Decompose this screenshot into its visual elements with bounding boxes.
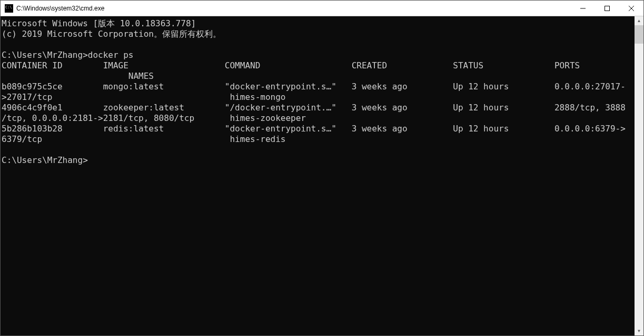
maximize-button[interactable] xyxy=(595,1,619,16)
minimize-button[interactable] xyxy=(571,1,595,16)
scrollbar-track[interactable] xyxy=(635,25,643,327)
minimize-icon xyxy=(580,6,586,11)
window-controls xyxy=(571,1,643,16)
window-title: C:\Windows\system32\cmd.exe xyxy=(16,5,571,12)
svg-rect-1 xyxy=(605,6,610,11)
terminal-output[interactable]: Microsoft Windows [版本 10.0.18363.778] (c… xyxy=(1,16,635,335)
scroll-up-button[interactable]: ▲ xyxy=(635,16,643,25)
terminal-wrap: Microsoft Windows [版本 10.0.18363.778] (c… xyxy=(1,16,643,335)
maximize-icon xyxy=(605,6,610,11)
close-icon xyxy=(629,6,634,11)
titlebar[interactable]: C:\Windows\system32\cmd.exe xyxy=(1,1,643,16)
scrollbar-thumb[interactable] xyxy=(635,25,643,44)
close-button[interactable] xyxy=(619,1,643,16)
cmd-window: C:\Windows\system32\cmd.exe Microsoft Wi… xyxy=(0,0,644,336)
vertical-scrollbar[interactable]: ▲ ▼ xyxy=(635,16,643,335)
cmd-icon xyxy=(5,4,13,13)
scroll-down-button[interactable]: ▼ xyxy=(635,327,643,335)
